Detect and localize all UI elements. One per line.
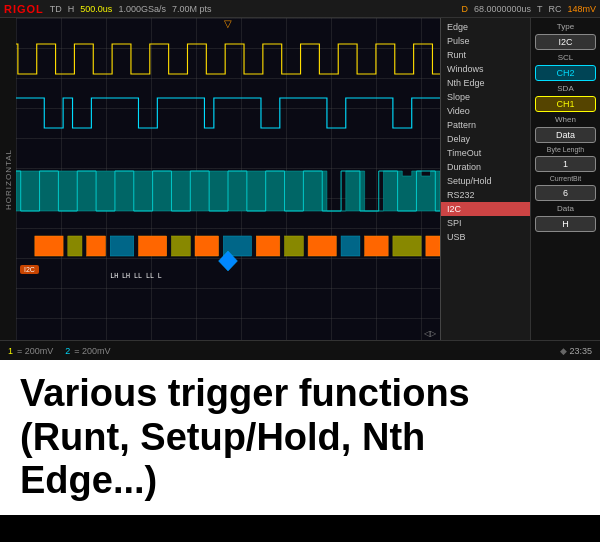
bottom-status-bar: 1 = 200mV 2 = 200mV ◆ 23:35 xyxy=(0,340,600,360)
ch2-equals: = 200mV xyxy=(74,346,110,356)
ch1-number: 1 xyxy=(8,346,13,356)
right-buttons-panel: Type I2C SCL CH2 SDA CH1 When Data Byte … xyxy=(530,18,600,340)
menu-setup-hold[interactable]: Setup/Hold xyxy=(441,174,530,188)
ch1-indicator: 1 = 200mV xyxy=(8,346,53,356)
current-bit-label: CurrentBit xyxy=(535,175,596,182)
menu-nth-edge[interactable]: Nth Edge xyxy=(441,76,530,90)
clock-display: ◆ 23:35 xyxy=(560,346,592,356)
byte-length-button[interactable]: 1 xyxy=(535,156,596,172)
menu-runt[interactable]: Runt xyxy=(441,48,530,62)
time-value: 23:35 xyxy=(569,346,592,356)
caption-text: Various trigger functions(Runt, Setup/Ho… xyxy=(20,372,470,503)
menu-i2c[interactable]: I2C xyxy=(441,202,530,216)
when-label: When xyxy=(535,115,596,124)
rigol-logo: RIGOL xyxy=(4,3,44,15)
menu-pulse[interactable]: Pulse xyxy=(441,34,530,48)
d-label: D xyxy=(461,4,468,14)
top-status-bar: RIGOL TD H 500.0us 1.000GSa/s 7.00M pts … xyxy=(0,0,600,18)
menu-edge[interactable]: Edge xyxy=(441,20,530,34)
sample-rate: 1.000GSa/s xyxy=(118,4,166,14)
t-label: T xyxy=(537,4,543,14)
current-bit-button[interactable]: 6 xyxy=(535,185,596,201)
menu-pattern[interactable]: Pattern xyxy=(441,118,530,132)
menu-timeout[interactable]: TimeOut xyxy=(441,146,530,160)
ch1-equals: = 200mV xyxy=(17,346,53,356)
ch2-waveform xyxy=(16,36,440,76)
svg-rect-7 xyxy=(195,236,219,256)
scl-label: SCL xyxy=(535,53,596,62)
menu-video[interactable]: Video xyxy=(441,104,530,118)
sda-label: SDA xyxy=(535,84,596,93)
svg-rect-2 xyxy=(68,236,82,256)
svg-rect-1 xyxy=(35,236,63,256)
trigger-menu[interactable]: Edge Pulse Runt Windows Nth Edge Slope V… xyxy=(441,18,530,340)
i2c-waveform: LH LH LL LL L I2C xyxy=(16,226,440,276)
horizontal-label: HORIZONTAL xyxy=(0,18,16,340)
menu-delay[interactable]: Delay xyxy=(441,132,530,146)
type-button[interactable]: I2C xyxy=(535,34,596,50)
svg-rect-5 xyxy=(138,236,166,256)
svg-rect-12 xyxy=(341,236,360,256)
d-time: 68.0000000us xyxy=(474,4,531,14)
ch2-number: 2 xyxy=(65,346,70,356)
ch2-indicator: 2 = 200mV xyxy=(65,346,110,356)
ch1-waveform xyxy=(16,90,440,130)
voltage-display: 148mV xyxy=(567,4,596,14)
top-bar-right: D 68.0000000us T RC 148mV xyxy=(461,4,596,14)
svg-rect-9 xyxy=(256,236,280,256)
oscilloscope-display: RIGOL TD H 500.0us 1.000GSa/s 7.00M pts … xyxy=(0,0,600,360)
type-label: Type xyxy=(535,22,596,31)
svg-text:LH LH LL LL L: LH LH LL LL L xyxy=(110,272,162,280)
svg-rect-15 xyxy=(426,236,440,256)
svg-rect-10 xyxy=(285,236,304,256)
data-button[interactable]: H xyxy=(535,216,596,232)
time-div: 500.0us xyxy=(80,4,112,14)
when-button[interactable]: Data xyxy=(535,127,596,143)
menu-slope[interactable]: Slope xyxy=(441,90,530,104)
svg-rect-14 xyxy=(393,236,421,256)
scroll-indicator: ◁▷ xyxy=(424,329,436,338)
scl-button[interactable]: CH2 xyxy=(535,65,596,81)
h-label: H xyxy=(68,4,75,14)
menu-rs232[interactable]: RS232 xyxy=(441,188,530,202)
menu-usb[interactable]: USB xyxy=(441,230,530,244)
menu-duration[interactable]: Duration xyxy=(441,160,530,174)
sda-button[interactable]: CH1 xyxy=(535,96,596,112)
memory-depth: 7.00M pts xyxy=(172,4,212,14)
td-label: TD xyxy=(50,4,62,14)
svg-rect-6 xyxy=(171,236,190,256)
rc-label: RC xyxy=(548,4,561,14)
waveform-area: ▽ xyxy=(16,18,440,340)
svg-rect-3 xyxy=(87,236,106,256)
caption-area: Various trigger functions(Runt, Setup/Ho… xyxy=(0,360,600,515)
trigger-menu-panel: Edge Pulse Runt Windows Nth Edge Slope V… xyxy=(440,18,530,340)
svg-rect-13 xyxy=(365,236,389,256)
i2c-badge: I2C xyxy=(20,265,39,274)
menu-spi[interactable]: SPI xyxy=(441,216,530,230)
data-label: Data xyxy=(535,204,596,213)
svg-rect-4 xyxy=(110,236,134,256)
screen-area: HORIZONTAL ▽ xyxy=(0,18,600,340)
byte-length-label: Byte Length xyxy=(535,146,596,153)
menu-windows[interactable]: Windows xyxy=(441,62,530,76)
trigger-marker: ▽ xyxy=(224,18,232,29)
digital-waveform xyxy=(16,156,440,216)
svg-rect-11 xyxy=(308,236,336,256)
